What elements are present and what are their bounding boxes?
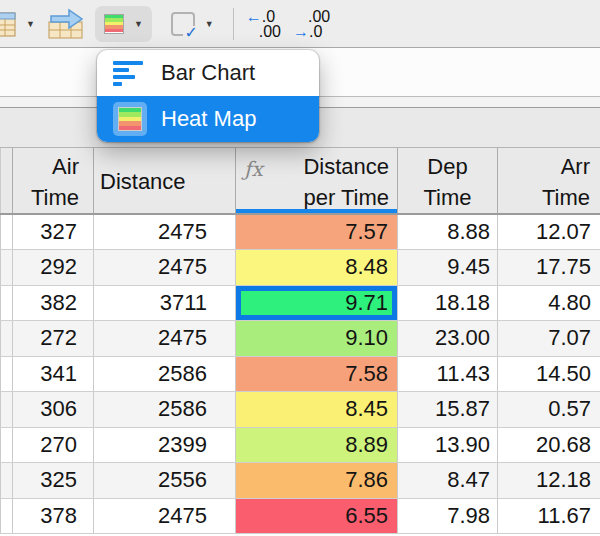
- bar-chart-icon: [113, 56, 147, 90]
- chevron-down-icon[interactable]: ▼: [26, 19, 35, 29]
- cell-distance-per-time[interactable]: 8.89: [236, 427, 398, 463]
- toolbar-separator: [233, 8, 234, 40]
- table-row: 327 2475 7.57 8.88 12.07: [1, 214, 600, 250]
- cell-distance-per-time[interactable]: 7.86: [236, 463, 398, 499]
- row-margin-cell: [1, 463, 13, 499]
- formula-icon: ƒx: [244, 154, 263, 185]
- cell-distance[interactable]: 2556: [94, 463, 236, 499]
- left-arrow-icon: ←: [246, 8, 262, 25]
- header-row: Air Time Distance ƒx Distance per Time D…: [1, 148, 600, 214]
- row-margin-cell: [1, 427, 13, 463]
- row-margin-cell: [1, 356, 13, 392]
- menu-item-label: Bar Chart: [161, 60, 255, 86]
- cell-air-time[interactable]: 325: [13, 463, 94, 499]
- row-margin-header: [1, 148, 13, 214]
- table-row: 306 2586 8.45 15.87 0.57: [1, 392, 600, 428]
- column-header-arr-time[interactable]: Arr Time: [498, 148, 600, 214]
- decrease-decimal-button[interactable]: .00 →.0: [293, 9, 330, 39]
- selected-column-underline: [236, 209, 397, 213]
- cell-distance[interactable]: 3711: [94, 285, 236, 321]
- cell-dep-time[interactable]: 11.43: [398, 356, 498, 392]
- checkbox-format-button[interactable]: ✓ ▼: [162, 4, 223, 44]
- table-row: 341 2586 7.58 11.43 14.50: [1, 356, 600, 392]
- cell-arr-time[interactable]: 11.67: [498, 498, 600, 534]
- cell-distance-per-time[interactable]: 7.57: [236, 214, 398, 250]
- table-row: 292 2475 8.48 9.45 17.75: [1, 250, 600, 286]
- cell-dep-time[interactable]: 7.98: [398, 498, 498, 534]
- cell-distance[interactable]: 2475: [94, 214, 236, 250]
- table-icon[interactable]: [0, 9, 16, 39]
- cell-arr-time[interactable]: 4.80: [498, 285, 600, 321]
- cell-arr-time[interactable]: 12.07: [498, 214, 600, 250]
- cell-dep-time[interactable]: 8.47: [398, 463, 498, 499]
- column-header-distance[interactable]: Distance: [94, 148, 236, 214]
- checkbox-icon: ✓: [171, 12, 195, 36]
- export-table-icon[interactable]: [47, 7, 85, 41]
- heat-map-icon: [104, 14, 124, 34]
- heat-map-icon: [113, 102, 147, 136]
- menu-item-label: Heat Map: [161, 106, 256, 132]
- cell-air-time[interactable]: 382: [13, 285, 94, 321]
- heatmap-format-button[interactable]: ▼: [95, 6, 152, 42]
- chevron-down-icon[interactable]: ▼: [134, 19, 143, 29]
- cell-arr-time[interactable]: 7.07: [498, 321, 600, 357]
- cell-distance[interactable]: 2475: [94, 250, 236, 286]
- cell-dep-time[interactable]: 8.88: [398, 214, 498, 250]
- cell-distance[interactable]: 2586: [94, 392, 236, 428]
- cell-distance[interactable]: 2475: [94, 498, 236, 534]
- increase-decimal-button[interactable]: ←.0 .00: [246, 9, 281, 39]
- chart-type-menu: Bar Chart Heat Map: [97, 50, 319, 142]
- row-margin-cell: [1, 392, 13, 428]
- row-margin-cell: [1, 250, 13, 286]
- table-row: 378 2475 6.55 7.98 11.67: [1, 498, 600, 534]
- row-margin-cell: [1, 214, 13, 250]
- cell-distance[interactable]: 2399: [94, 427, 236, 463]
- cell-air-time[interactable]: 378: [13, 498, 94, 534]
- toolbar: ▼ ▼ ✓ ▼ ←.0 .00 .00 →.0: [0, 0, 600, 48]
- cell-distance[interactable]: 2475: [94, 321, 236, 357]
- table-row: 382 3711 9.71 18.18 4.80: [1, 285, 600, 321]
- cell-distance-per-time-selected[interactable]: 9.71: [236, 285, 398, 321]
- cell-air-time[interactable]: 292: [13, 250, 94, 286]
- column-header-air-time[interactable]: Air Time: [13, 148, 94, 214]
- cell-air-time[interactable]: 272: [13, 321, 94, 357]
- cell-arr-time[interactable]: 0.57: [498, 392, 600, 428]
- cell-dep-time[interactable]: 13.90: [398, 427, 498, 463]
- cell-air-time[interactable]: 341: [13, 356, 94, 392]
- cell-air-time[interactable]: 327: [13, 214, 94, 250]
- cell-distance-per-time[interactable]: 7.58: [236, 356, 398, 392]
- row-margin-cell: [1, 498, 13, 534]
- cell-air-time[interactable]: 306: [13, 392, 94, 428]
- cell-dep-time[interactable]: 15.87: [398, 392, 498, 428]
- cell-arr-time[interactable]: 17.75: [498, 250, 600, 286]
- cell-distance-per-time[interactable]: 8.45: [236, 392, 398, 428]
- cell-dep-time[interactable]: 23.00: [398, 321, 498, 357]
- checkmark-icon: ✓: [183, 26, 197, 39]
- row-margin-cell: [1, 285, 13, 321]
- table-row: 270 2399 8.89 13.90 20.68: [1, 427, 600, 463]
- menu-item-heat-map[interactable]: Heat Map: [97, 96, 319, 142]
- cell-arr-time[interactable]: 12.18: [498, 463, 600, 499]
- chevron-down-icon[interactable]: ▼: [205, 19, 214, 29]
- cell-distance-per-time[interactable]: 6.55: [236, 498, 398, 534]
- right-arrow-icon: →: [293, 23, 309, 40]
- column-header-dep-time[interactable]: Dep Time: [398, 148, 498, 214]
- cell-arr-time[interactable]: 20.68: [498, 427, 600, 463]
- column-header-distance-per-time[interactable]: ƒx Distance per Time: [236, 148, 398, 214]
- cell-dep-time[interactable]: 18.18: [398, 285, 498, 321]
- cell-arr-time[interactable]: 14.50: [498, 356, 600, 392]
- cell-distance-per-time[interactable]: 8.48: [236, 250, 398, 286]
- table-row: 325 2556 7.86 8.47 12.18: [1, 463, 600, 499]
- table-row: 272 2475 9.10 23.00 7.07: [1, 321, 600, 357]
- row-margin-cell: [1, 321, 13, 357]
- cell-dep-time[interactable]: 9.45: [398, 250, 498, 286]
- menu-item-bar-chart[interactable]: Bar Chart: [97, 50, 319, 96]
- cell-distance-per-time[interactable]: 9.10: [236, 321, 398, 357]
- cell-distance[interactable]: 2586: [94, 356, 236, 392]
- data-table: Air Time Distance ƒx Distance per Time D…: [0, 148, 600, 534]
- cell-air-time[interactable]: 270: [13, 427, 94, 463]
